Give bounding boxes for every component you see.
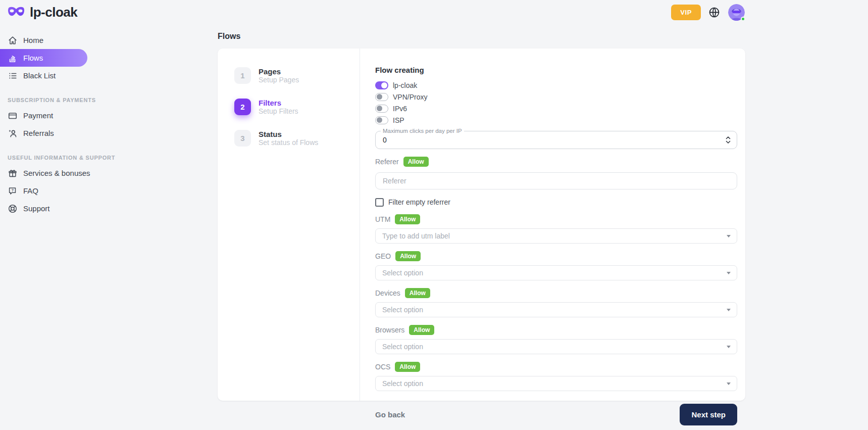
geo-label: GEO [375, 252, 391, 260]
filter-empty-referrer-row: Filter empty referrer [375, 198, 738, 207]
home-icon [8, 35, 18, 45]
sidebar-item-referrals[interactable]: Referrals [0, 124, 101, 142]
filter-empty-referrer-checkbox[interactable] [375, 198, 384, 207]
step-number: 2 [234, 99, 251, 115]
browsers-label-row: Browsers Allow [375, 325, 738, 335]
faq-icon: ? [8, 186, 18, 196]
geo-label-row: GEO Allow [375, 251, 738, 261]
referrals-icon [8, 128, 18, 138]
sidebar-item-label: Referrals [23, 129, 54, 137]
header-actions: VIP [671, 4, 745, 21]
wizard-step-filters[interactable]: 2 Filters Setup Filters [234, 99, 360, 116]
isp-toggle[interactable] [375, 116, 388, 124]
browsers-label: Browsers [375, 326, 404, 334]
wizard-step-status[interactable]: 3 Status Set status of Flows [234, 130, 360, 147]
sidebar-item-label: FAQ [23, 186, 38, 195]
ocs-allow-badge[interactable]: Allow [395, 362, 420, 372]
svg-text:?: ? [12, 188, 14, 193]
ocs-label-row: OCS Allow [375, 362, 738, 372]
chevron-down-icon [727, 309, 731, 311]
sidebar-item-support[interactable]: Support [0, 200, 101, 217]
globe-icon[interactable] [708, 7, 721, 19]
step-subtitle: Setup Filters [259, 107, 298, 116]
sidebar-item-services-bonuses[interactable]: Services & bonuses [0, 164, 101, 182]
page-title: Flows [218, 32, 240, 41]
sidebar-item-faq[interactable]: ? FAQ [0, 182, 101, 200]
toggle-row-lp-cloak: lp-cloak [375, 81, 738, 89]
toggle-row-isp: ISP [375, 116, 738, 124]
sidebar-item-payment[interactable]: Payment [0, 107, 101, 124]
utm-label: UTM [375, 215, 390, 223]
step-title: Pages [259, 67, 299, 76]
geo-allow-badge[interactable]: Allow [395, 251, 421, 261]
browsers-select-wrap [375, 339, 737, 354]
utm-select[interactable] [375, 228, 737, 244]
sidebar-item-flows[interactable]: Flows [0, 49, 87, 67]
sidebar-item-black-list[interactable]: Black List [0, 67, 101, 84]
chevron-down-icon [727, 383, 731, 385]
chevron-down-icon [727, 346, 731, 348]
flow-creating-form: Flow creating lp-cloak VPN/Proxy IPv6 IS… [360, 49, 745, 401]
app-logo[interactable]: lp-cloak [7, 5, 77, 20]
blacklist-icon [8, 71, 18, 81]
go-back-link[interactable]: Go back [375, 410, 405, 419]
sidebar-item-home[interactable]: Home [0, 31, 101, 49]
form-title: Flow creating [375, 66, 738, 74]
utm-select-wrap [375, 228, 737, 244]
geo-select-wrap [375, 265, 737, 280]
step-title: Filters [259, 99, 298, 107]
toggle-row-vpn-proxy: VPN/Proxy [375, 92, 738, 101]
lp-cloak-toggle[interactable] [375, 81, 388, 89]
form-footer: Go back Next step [375, 404, 737, 425]
ipv6-toggle[interactable] [375, 105, 388, 113]
browsers-allow-badge[interactable]: Allow [409, 325, 434, 335]
wizard-step-pages[interactable]: 1 Pages Setup Pages [234, 67, 360, 84]
devices-label: Devices [375, 289, 400, 297]
ocs-select[interactable] [375, 376, 737, 391]
sidebar-item-label: Home [23, 36, 43, 44]
step-number: 3 [234, 130, 251, 147]
referer-label-row: Referer Allow [375, 157, 738, 167]
support-icon [8, 204, 18, 214]
devices-select[interactable] [375, 302, 737, 317]
step-title: Status [259, 130, 318, 138]
sidebar-item-label: Black List [23, 71, 56, 80]
next-step-button[interactable]: Next step [680, 404, 737, 425]
utm-allow-badge[interactable]: Allow [395, 214, 420, 224]
stepper-icon[interactable] [725, 135, 731, 145]
devices-select-wrap [375, 302, 737, 317]
online-status-dot [741, 17, 745, 21]
toggle-label: ISP [393, 116, 404, 124]
toggle-label: IPv6 [393, 105, 407, 113]
step-number: 1 [234, 67, 251, 84]
gift-icon [8, 168, 18, 178]
max-clicks-field: Maximum clicks per day per IP [375, 131, 737, 149]
sidebar-item-label: Services & bonuses [23, 169, 90, 177]
sidebar-item-label: Flows [23, 54, 43, 62]
geo-select[interactable] [375, 265, 737, 280]
chevron-down-icon [727, 235, 731, 237]
vip-button[interactable]: VIP [671, 5, 701, 20]
referer-input[interactable] [375, 172, 737, 189]
chevron-down-icon [727, 272, 731, 274]
step-subtitle: Set status of Flows [259, 138, 318, 147]
referer-allow-badge[interactable]: Allow [403, 157, 429, 167]
browsers-select[interactable] [375, 339, 737, 354]
max-clicks-label: Maximum clicks per day per IP [381, 128, 464, 134]
sidebar-section-support: USEFUL INFORMATION & SUPPORT [0, 154, 101, 161]
mask-icon [7, 5, 25, 20]
sidebar-section-subscription: SUBSCRIPTION & PAYMENTS [0, 97, 101, 104]
ocs-select-wrap [375, 376, 737, 391]
payment-icon [8, 111, 18, 121]
max-clicks-input[interactable] [376, 131, 737, 149]
toggle-label: VPN/Proxy [393, 93, 427, 101]
vpn-proxy-toggle[interactable] [375, 93, 388, 101]
user-avatar[interactable] [728, 4, 745, 21]
referer-label: Referer [375, 158, 399, 166]
sidebar-item-label: Support [23, 204, 50, 213]
sidebar-item-label: Payment [23, 111, 53, 120]
logo-text: lp-cloak [30, 5, 77, 20]
devices-allow-badge[interactable]: Allow [405, 288, 430, 298]
devices-label-row: Devices Allow [375, 288, 738, 298]
toggle-label: lp-cloak [393, 81, 417, 89]
